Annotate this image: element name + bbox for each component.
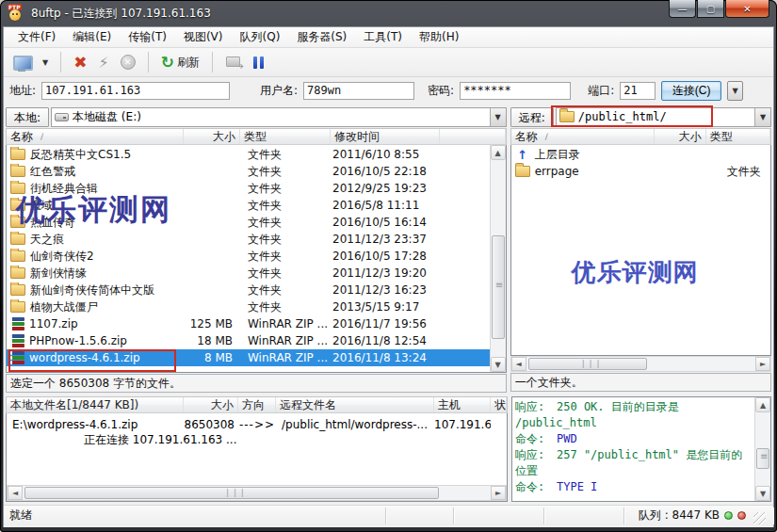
password-input[interactable] xyxy=(460,82,571,100)
file-type-cell: 文件夹 xyxy=(240,282,331,298)
scrollbar-thumb[interactable] xyxy=(24,487,439,499)
connect-options-button[interactable]: ▼ xyxy=(727,81,743,101)
col-host[interactable]: 主机 xyxy=(438,397,461,412)
col-name[interactable]: 名称 xyxy=(10,129,33,144)
table-row[interactable]: errpage文件夹 xyxy=(511,163,770,180)
remote-label[interactable]: 远程: xyxy=(510,107,554,127)
local-path: 本地磁盘 (E:) xyxy=(73,109,141,125)
col-type[interactable]: 类型 xyxy=(244,129,267,144)
table-row[interactable]: ↑上层目录 xyxy=(511,146,770,163)
address-label: 地址: xyxy=(9,83,36,99)
scroll-down-icon[interactable]: ▼ xyxy=(491,357,506,372)
menu-item[interactable]: 视图(V) xyxy=(175,27,232,47)
queue-list[interactable]: E:\wordpress-4.6.1.zip8650308--->>/publi… xyxy=(6,413,508,502)
chevron-down-icon[interactable]: ▼ xyxy=(490,108,506,126)
abort-button[interactable]: ✕ xyxy=(117,53,139,72)
log-text: TYPE I xyxy=(557,480,597,493)
menu-item[interactable]: 编辑(E) xyxy=(64,27,120,47)
close-button[interactable]: ✕ xyxy=(725,0,769,18)
col-local-file[interactable]: 本地文件名[1/8447 KB]) xyxy=(10,397,138,412)
watermark-text: 优乐评测网 xyxy=(572,256,699,289)
up-directory-icon: ↑ xyxy=(515,148,530,162)
menu-item[interactable]: 工具(T) xyxy=(355,27,411,47)
remote-path-combo[interactable]: /public_html/ ▼ xyxy=(556,107,771,127)
col-size[interactable]: 大小 xyxy=(679,129,702,144)
scroll-right-icon[interactable]: ► xyxy=(755,357,770,371)
resize-grip[interactable] xyxy=(753,512,766,524)
status-cell xyxy=(544,508,624,524)
scrollbar-thumb[interactable] xyxy=(528,358,647,370)
connect-dropdown-button[interactable]: ▼ xyxy=(39,56,52,69)
log-label: 命令: xyxy=(515,479,557,495)
col-direction[interactable]: 方向 xyxy=(242,397,265,412)
remote-file-list[interactable]: ↑上层目录errpage文件夹 优乐评测网 xyxy=(510,145,771,356)
transfer-queue-button[interactable] xyxy=(221,55,246,71)
table-row[interactable]: PHPnow-1.5.6.zip18 MBWinRAR ZIP ...2016/… xyxy=(7,332,490,349)
quick-connect-button[interactable]: ⚡ xyxy=(94,52,112,73)
status-ready: 就绪 xyxy=(4,508,386,524)
col-size[interactable]: 大小 xyxy=(211,397,234,412)
table-row[interactable]: 植物大战僵尸文件夹2013/5/15 9:17 xyxy=(7,298,490,315)
scroll-up-icon[interactable]: ▲ xyxy=(491,145,506,160)
log-vertical-scrollbar[interactable]: ▲ ▼ xyxy=(754,397,770,501)
zip-file-icon xyxy=(10,317,24,330)
col-remote-file[interactable]: 远程文件名 xyxy=(280,397,336,412)
local-file-list[interactable]: 反恐精英中文CS1.5文件夹2011/6/10 8:55红色警戒文件夹2016/… xyxy=(6,145,507,373)
col-type[interactable]: 类型 xyxy=(710,129,733,144)
table-row[interactable]: 天之痕文件夹2011/12/3 23:37 xyxy=(7,231,490,248)
file-type-cell: 文件夹 xyxy=(240,181,331,197)
refresh-button[interactable]: ↻ 刷新 xyxy=(157,53,203,73)
menu-item[interactable]: 帮助(H) xyxy=(411,27,467,47)
local-vertical-scrollbar[interactable]: ▲ ▼ xyxy=(490,145,506,372)
username-input[interactable] xyxy=(303,82,414,100)
local-column-header[interactable]: 名称∕ 大小 类型 修改时间 xyxy=(6,128,507,145)
menu-item[interactable]: 队列(Q) xyxy=(232,27,289,47)
address-input[interactable] xyxy=(41,82,230,100)
col-name[interactable]: 名称 xyxy=(515,129,538,144)
minimize-button[interactable]: — xyxy=(669,0,696,18)
disconnect-button[interactable]: ✖ xyxy=(70,53,90,73)
table-row[interactable]: 1107.zip125 MBWinRAR ZIP ...2016/11/7 19… xyxy=(7,315,490,332)
table-row[interactable]: wordpress-4.6.1.zip8 MBWinRAR ZIP ...201… xyxy=(7,349,490,366)
port-input[interactable] xyxy=(620,82,656,100)
remote-column-header[interactable]: 名称∕ 大小 类型 xyxy=(510,128,771,145)
queue-horizontal-scrollbar[interactable]: ◄ ► xyxy=(7,485,507,501)
col-date[interactable]: 修改时间 xyxy=(334,129,380,144)
queue-row[interactable]: E:\wordpress-4.6.1.zip8650308--->>/publi… xyxy=(7,416,507,432)
queue-column-header[interactable]: 本地文件名[1/8447 KB]) 大小 方向 远程文件名 主机 状 xyxy=(6,396,508,413)
chevron-down-icon[interactable]: ▼ xyxy=(754,108,770,126)
menu-item[interactable]: 文件(F) xyxy=(9,27,64,47)
table-row[interactable]: 仙剑奇侠传2文件夹2016/10/5 17:28 xyxy=(7,248,490,265)
table-row[interactable]: 热血传奇文件夹2016/10/5 16:14 xyxy=(7,214,490,231)
scrollbar-thumb[interactable] xyxy=(756,448,769,469)
scroll-right-icon[interactable]: ► xyxy=(491,486,506,500)
table-row[interactable]: 新仙剑奇侠传简体中文版文件夹2011/12/3 16:23 xyxy=(7,282,490,298)
queue-message: 正在连接 107.191.61.163 ... xyxy=(7,432,507,448)
col-state[interactable]: 状 xyxy=(494,397,506,412)
connection-bar: 地址: 用户名: 密码: 端口: 连接(C) ▼ xyxy=(4,77,773,104)
table-row[interactable]: 魔域文件夹2016/5/8 11:11 xyxy=(7,197,490,214)
scrollbar-thumb[interactable] xyxy=(492,235,505,339)
table-row[interactable]: 新剑侠情缘文件夹2011/12/3 19:20 xyxy=(7,265,490,282)
maximize-button[interactable]: ▢ xyxy=(697,0,724,18)
table-row[interactable]: 红色警戒文件夹2016/10/5 22:18 xyxy=(7,163,490,180)
scroll-left-icon[interactable]: ◄ xyxy=(511,357,526,371)
local-label[interactable]: 本地: xyxy=(6,107,49,127)
menu-item[interactable]: 服务器(S) xyxy=(288,27,355,47)
toolbar-separator xyxy=(60,52,61,73)
table-row[interactable]: 街机经典合辑文件夹2012/9/25 19:23 xyxy=(7,180,490,197)
menu-item[interactable]: 传输(T) xyxy=(120,27,175,47)
scroll-left-icon[interactable]: ◄ xyxy=(8,486,23,500)
pause-button[interactable] xyxy=(250,55,267,71)
remote-horizontal-scrollbar[interactable]: ◄ ► xyxy=(510,356,771,372)
table-row[interactable]: 反恐精英中文CS1.5文件夹2011/6/10 8:55 xyxy=(7,146,490,163)
col-size[interactable]: 大小 xyxy=(213,129,235,144)
local-path-combo[interactable]: 本地磁盘 (E:) ▼ xyxy=(51,107,507,127)
file-type-cell: 文件夹 xyxy=(240,164,331,180)
connect-site-button[interactable] xyxy=(9,54,35,72)
title-bar[interactable]: FTP 8uftp - 已连接到 107.191.61.163 — ▢ ✕ xyxy=(0,0,777,26)
connect-button[interactable]: 连接(C) xyxy=(661,81,721,101)
scroll-down-icon[interactable]: ▼ xyxy=(755,486,770,501)
file-date-cell: 2012/9/25 19:23 xyxy=(331,182,440,195)
scroll-up-icon[interactable]: ▲ xyxy=(755,397,770,412)
